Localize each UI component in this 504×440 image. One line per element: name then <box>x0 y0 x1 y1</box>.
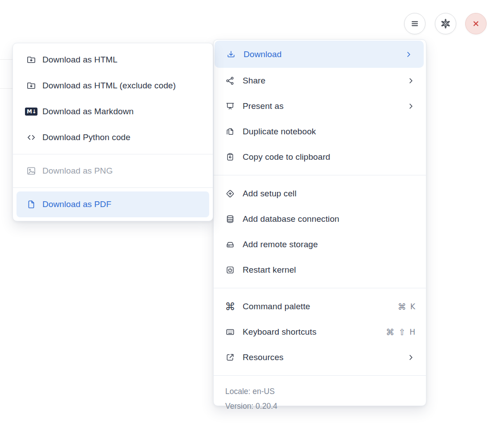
menu-item-label: Add database connection <box>243 214 415 224</box>
background-artifact-line <box>0 59 13 60</box>
menu-item-label: Download Python code <box>42 133 201 142</box>
menu-divider <box>214 288 426 288</box>
image-icon <box>25 166 37 176</box>
menu-item-download-as-pdf[interactable]: Download as PDF <box>17 191 209 217</box>
cmd-key-glyph: ⌘ <box>398 302 406 311</box>
menu-item-label: Add remote storage <box>243 240 415 249</box>
command-icon: ⌘ <box>225 301 235 312</box>
menu-item-keyboard-shortcuts[interactable]: Keyboard shortcuts ⌘ ⇧ H <box>214 319 426 345</box>
menu-item-add-setup-cell[interactable]: Add setup cell <box>214 181 426 206</box>
download-submenu: Download as HTML Download as HTML (exclu… <box>12 43 213 221</box>
shortcut-key: H <box>409 328 415 336</box>
menu-item-label: Download as Markdown <box>42 107 201 116</box>
menu-item-restart-kernel[interactable]: Restart kernel <box>214 257 426 282</box>
shortcut-key: K <box>410 302 415 311</box>
menu-item-label: Keyboard shortcuts <box>243 327 386 337</box>
close-icon <box>470 18 482 29</box>
menu-divider <box>13 154 213 154</box>
version-text: Version: 0.20.4 <box>214 399 426 414</box>
background-artifact-line <box>0 88 13 89</box>
storage-icon <box>225 240 235 249</box>
chevron-right-icon <box>406 76 415 85</box>
menu-item-resources[interactable]: Resources <box>214 345 426 370</box>
menu-item-download[interactable]: Download <box>215 41 424 68</box>
menu-item-add-database-connection[interactable]: Add database connection <box>214 206 426 232</box>
keyboard-icon <box>225 327 235 337</box>
hamburger-menu-button[interactable] <box>404 13 426 34</box>
menu-item-label: Duplicate notebook <box>243 127 415 137</box>
file-icon <box>25 199 37 210</box>
markdown-badge-icon: M↓ <box>25 108 37 116</box>
settings-button[interactable] <box>435 13 456 34</box>
shortcut-hint: ⌘ K <box>398 302 415 311</box>
menu-item-copy-code-to-clipboard[interactable]: Copy code to clipboard <box>214 144 426 170</box>
diamond-plus-icon <box>225 189 235 199</box>
menu-item-label: Copy code to clipboard <box>243 152 415 162</box>
menu-item-command-palette[interactable]: ⌘ Command palette ⌘ K <box>214 294 426 319</box>
download-icon <box>226 50 236 59</box>
menu-item-label: Download as PNG <box>42 166 201 176</box>
menu-item-download-python-code[interactable]: Download Python code <box>13 125 213 150</box>
shift-key-glyph: ⇧ <box>398 327 405 337</box>
menu-item-label: Download as HTML <box>42 55 201 65</box>
external-link-icon <box>225 353 235 362</box>
folder-download-icon <box>25 54 37 65</box>
shortcut-hint: ⌘ ⇧ H <box>386 327 415 337</box>
menu-item-add-remote-storage[interactable]: Add remote storage <box>214 232 426 257</box>
code-icon <box>25 132 37 143</box>
menu-item-label: Resources <box>243 353 403 362</box>
menu-footer: Locale: en-US Version: 0.20.4 <box>214 381 426 417</box>
menu-item-label: Download as HTML (exclude code) <box>42 81 201 91</box>
locale-text: Locale: en-US <box>214 384 426 399</box>
duplicate-icon <box>225 127 235 137</box>
clipboard-arrow-icon <box>225 152 235 162</box>
power-icon <box>225 265 235 275</box>
database-icon <box>225 214 235 224</box>
menu-item-download-as-html-exclude-code[interactable]: Download as HTML (exclude code) <box>13 73 213 99</box>
menu-item-download-as-markdown[interactable]: M↓ Download as Markdown <box>13 99 213 125</box>
gear-icon <box>440 18 451 29</box>
menu-item-label: Present as <box>243 101 403 111</box>
menu-item-label: Download as PDF <box>42 199 201 209</box>
menu-divider <box>214 175 426 175</box>
hamburger-icon <box>409 18 421 29</box>
menu-item-label: Download <box>244 50 401 59</box>
menu-item-duplicate-notebook[interactable]: Duplicate notebook <box>214 119 426 144</box>
menu-item-label: Restart kernel <box>243 265 415 275</box>
notebook-main-menu: Download Share Present as <box>213 39 426 406</box>
chevron-right-icon <box>406 353 415 362</box>
menu-divider <box>13 187 213 188</box>
chevron-right-icon <box>404 50 413 59</box>
chevron-right-icon <box>406 102 415 111</box>
close-button[interactable] <box>465 13 487 34</box>
presentation-icon <box>225 101 235 111</box>
share-icon <box>225 76 235 86</box>
menu-item-present-as[interactable]: Present as <box>214 93 426 119</box>
menu-divider <box>214 375 426 376</box>
menu-item-download-as-png[interactable]: Download as PNG <box>13 158 213 184</box>
menu-item-download-as-html[interactable]: Download as HTML <box>13 47 213 73</box>
cmd-key-glyph: ⌘ <box>386 327 394 337</box>
menu-item-label: Add setup cell <box>243 189 415 199</box>
menu-item-label: Share <box>243 76 403 86</box>
menu-item-share[interactable]: Share <box>214 68 426 93</box>
folder-download-icon <box>25 80 37 91</box>
menu-item-label: Command palette <box>243 302 398 311</box>
